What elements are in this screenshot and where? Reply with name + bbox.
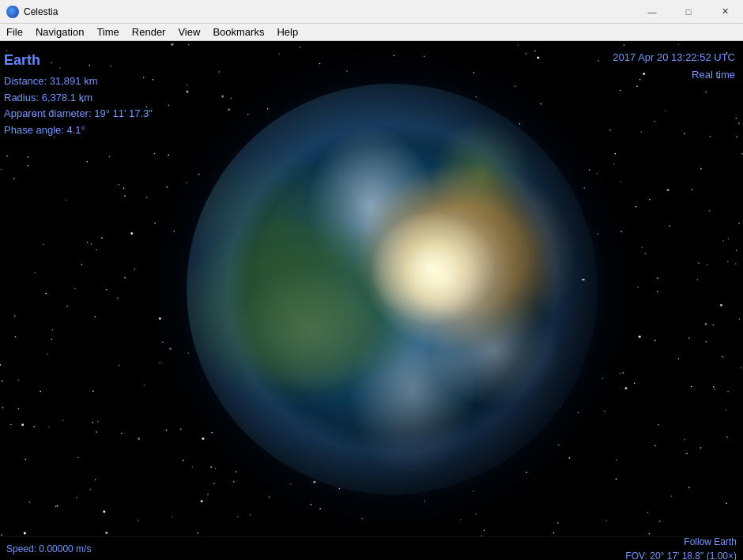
distance-label: Distance: 31,891 km [4,73,153,90]
maximize-button[interactable]: □ [670,0,707,24]
earth-sphere [187,84,598,494]
apparent-diameter-label: Apparent diameter: 19° 11' 17.3" [4,106,153,122]
phase-angle-label: Phase angle: 4.1° [4,122,153,139]
titlebar-left: Celestia [0,6,58,18]
viewport[interactable]: Earth Distance: 31,891 km Radius: 6,378.… [0,41,743,536]
planet-name: Earth [4,49,153,72]
earth-container [187,84,598,494]
app-title: Celestia [24,6,58,17]
menu-render[interactable]: Render [126,24,172,41]
statusbar: Speed: 0.00000 m/s Follow Earth FOV: 20°… [0,536,743,560]
titlebar-buttons: — □ ✕ [634,0,743,24]
close-button[interactable]: ✕ [707,0,743,24]
app-icon [6,6,19,18]
follow-status: Follow Earth FOV: 20° 17' 18.8" (1.00×) [625,535,737,561]
info-overlay: Earth Distance: 31,891 km Radius: 6,378.… [4,49,153,139]
titlebar: Celestia — □ ✕ [0,0,743,24]
menu-view[interactable]: View [172,24,206,41]
follow-label: Follow Earth [625,535,737,549]
menu-bookmarks[interactable]: Bookmarks [206,24,270,41]
menubar: File Navigation Time Render View Bookmar… [0,24,743,41]
fov-label: FOV: 20° 17' 18.8" (1.00×) [625,549,737,561]
datetime-overlay: 2017 Apr 20 13:22:52 UTC Real time [613,49,735,84]
minimize-button[interactable]: — [634,0,670,24]
menu-navigation[interactable]: Navigation [29,24,90,41]
radius-label: Radius: 6,378.1 km [4,90,153,107]
time-mode: Real time [613,66,735,84]
menu-file[interactable]: File [0,24,29,41]
space-marker [582,279,585,280]
menu-time[interactable]: Time [90,24,125,41]
datetime-value: 2017 Apr 20 13:22:52 UTC [613,49,735,66]
menu-help[interactable]: Help [270,24,304,41]
speed-status: Speed: 0.00000 m/s [6,543,91,554]
